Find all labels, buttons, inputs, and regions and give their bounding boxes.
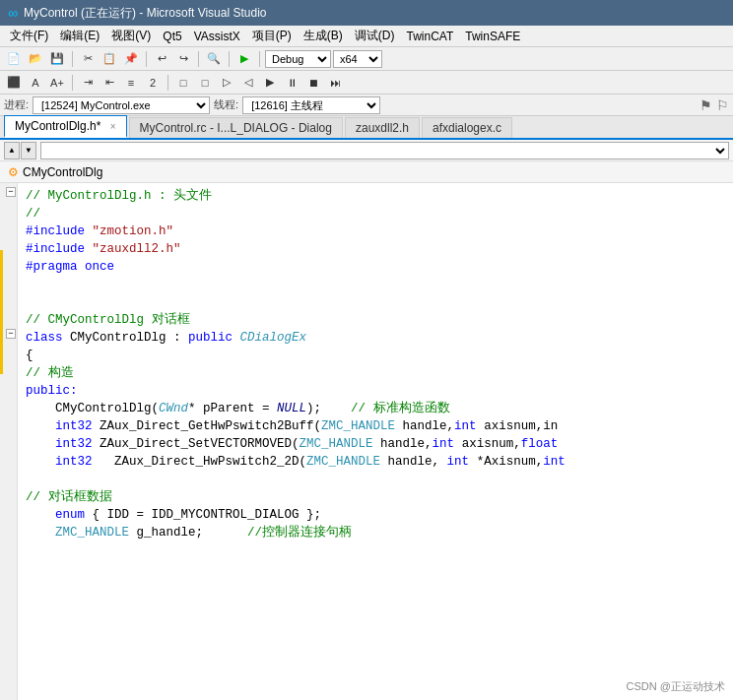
tb-copy[interactable]: 📋 bbox=[100, 50, 119, 68]
tb2-btn3[interactable]: A+ bbox=[47, 74, 67, 92]
title-bar: ∞ MyControl (正在运行) - Microsoft Visual St… bbox=[0, 0, 733, 26]
sep6 bbox=[72, 75, 73, 91]
sep7 bbox=[167, 75, 168, 91]
tb2-btn4[interactable]: ≡ bbox=[121, 74, 141, 92]
yellow-change-bar bbox=[0, 250, 3, 374]
tab-close-0[interactable]: × bbox=[110, 121, 116, 132]
fold-margin: − − bbox=[4, 183, 18, 700]
tb-undo[interactable]: ↩ bbox=[152, 50, 171, 68]
tb2-outdent[interactable]: ⇤ bbox=[100, 74, 119, 92]
menu-file[interactable]: 文件(F) bbox=[4, 26, 54, 46]
fold-2[interactable]: − bbox=[6, 329, 16, 339]
menu-twincat[interactable]: TwinCAT bbox=[400, 28, 459, 45]
tb2-btn9[interactable]: ◁ bbox=[238, 74, 258, 92]
tb2-btn1[interactable]: ⬛ bbox=[4, 74, 24, 92]
sep5 bbox=[259, 51, 260, 67]
platform-dropdown[interactable]: x64 x86 bbox=[333, 50, 382, 68]
tb-find[interactable]: 🔍 bbox=[204, 50, 224, 68]
sep1 bbox=[72, 51, 73, 67]
tb2-btn8[interactable]: ▷ bbox=[217, 74, 236, 92]
tb2-indent[interactable]: ⇥ bbox=[78, 74, 98, 92]
tb-redo[interactable]: ↪ bbox=[173, 50, 193, 68]
menu-debug[interactable]: 调试(D) bbox=[349, 26, 401, 46]
tb-run[interactable]: ▶ bbox=[234, 50, 254, 68]
menu-qt5[interactable]: Qt5 bbox=[157, 28, 187, 45]
menu-vassistx[interactable]: VAssistX bbox=[188, 28, 246, 45]
app-icon: ∞ bbox=[8, 5, 18, 21]
tb2-btn7[interactable]: □ bbox=[195, 74, 215, 92]
menu-view[interactable]: 视图(V) bbox=[105, 26, 157, 46]
toolbar-1: 📄 📂 💾 ✂ 📋 📌 ↩ ↪ 🔍 ▶ Debug Release x64 x8… bbox=[0, 47, 733, 71]
nav-down[interactable]: ▼ bbox=[21, 142, 36, 159]
code-editor[interactable]: // MyControlDlg.h : 头文件 // #include "zmo… bbox=[18, 183, 733, 700]
editor-area: − − // MyControlDlg.h : 头文件 // #include … bbox=[0, 183, 733, 700]
tb2-btn10[interactable]: ▶ bbox=[260, 74, 280, 92]
toolbar-2: ⬛ A A+ ⇥ ⇤ ≡ 2 □ □ ▷ ◁ ▶ ⏸ ⏹ ⏭ bbox=[0, 71, 733, 95]
sep4 bbox=[229, 51, 230, 67]
tb2-btn5[interactable]: 2 bbox=[143, 74, 163, 92]
tb-new[interactable]: 📄 bbox=[4, 50, 24, 68]
tab-mycontroldlg-h[interactable]: MyControlDlg.h* × bbox=[4, 115, 127, 138]
nav-arrows: ▲ ▼ bbox=[4, 142, 36, 159]
tb2-btn12[interactable]: ⏹ bbox=[303, 74, 323, 92]
nav-up[interactable]: ▲ bbox=[4, 142, 20, 159]
tab-zauxdll2-h[interactable]: zauxdll2.h bbox=[345, 117, 420, 138]
tb-paste[interactable]: 📌 bbox=[121, 50, 141, 68]
tb-open[interactable]: 📂 bbox=[26, 50, 45, 68]
process-dropdown[interactable]: [12524] MyControl.exe bbox=[33, 96, 210, 114]
tb2-btn2[interactable]: A bbox=[26, 74, 45, 92]
menu-project[interactable]: 项目(P) bbox=[246, 26, 298, 46]
class-icon: ⚙ bbox=[8, 165, 19, 179]
process-bar: 进程: [12524] MyControl.exe 线程: [12616] 主线… bbox=[0, 95, 733, 116]
sep3 bbox=[198, 51, 199, 67]
nav-bar: ▲ ▼ bbox=[0, 140, 733, 161]
menu-edit[interactable]: 编辑(E) bbox=[54, 26, 105, 46]
tb2-btn13[interactable]: ⏭ bbox=[325, 74, 345, 92]
menu-build[interactable]: 生成(B) bbox=[298, 26, 349, 46]
tb2-btn6[interactable]: □ bbox=[173, 74, 193, 92]
fold-1[interactable]: − bbox=[6, 187, 16, 197]
process-label: 进程: bbox=[4, 97, 29, 112]
thread-dropdown[interactable]: [12616] 主线程 bbox=[242, 96, 380, 114]
tb2-btn11[interactable]: ⏸ bbox=[282, 74, 301, 92]
sep2 bbox=[146, 51, 147, 67]
title-text: MyControl (正在运行) - Microsoft Visual Stud… bbox=[24, 5, 267, 22]
watermark: CSDN @正运动技术 bbox=[627, 679, 725, 694]
tab-bar: MyControlDlg.h* × MyControl.rc - I...L_D… bbox=[0, 116, 733, 140]
class-name: CMyControlDlg bbox=[23, 165, 102, 179]
menu-bar: 文件(F) 编辑(E) 视图(V) Qt5 VAssistX 项目(P) 生成(… bbox=[0, 26, 733, 47]
tab-afxdialogex[interactable]: afxdialogex.c bbox=[422, 117, 512, 138]
nav-class-dropdown[interactable] bbox=[40, 142, 729, 159]
class-bar: ⚙ CMyControlDlg bbox=[0, 161, 733, 183]
tab-mycontrol-rc[interactable]: MyControl.rc - I...L_DIALOG - Dialog bbox=[129, 117, 343, 138]
thread-label: 线程: bbox=[214, 97, 238, 112]
tb-cut[interactable]: ✂ bbox=[78, 50, 98, 68]
config-dropdown[interactable]: Debug Release bbox=[265, 50, 331, 68]
tb-save[interactable]: 💾 bbox=[47, 50, 67, 68]
menu-twinsafe[interactable]: TwinSAFE bbox=[459, 28, 526, 45]
